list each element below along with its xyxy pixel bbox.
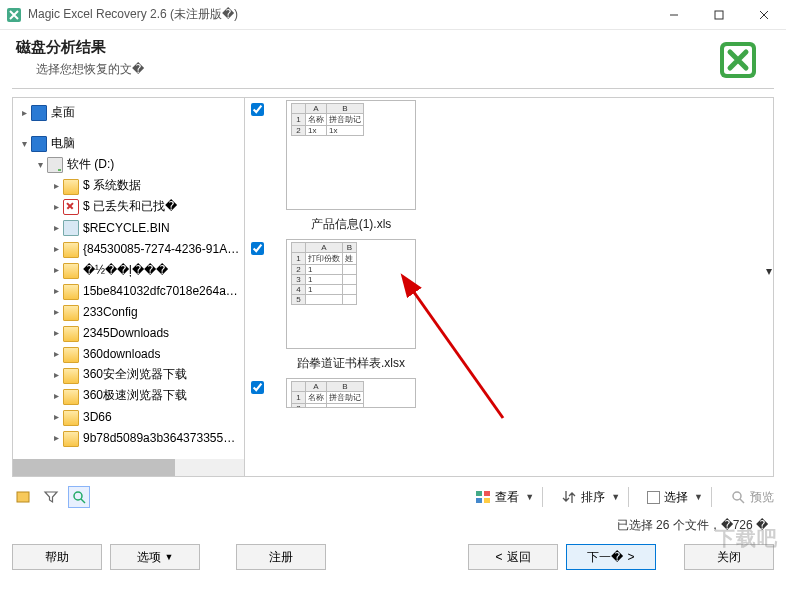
select-menu[interactable]: 选择▼ xyxy=(647,489,703,506)
file-checkbox[interactable] xyxy=(251,242,264,255)
tree-item[interactable]: ▸{84530085-7274-4236-91A… xyxy=(45,238,244,259)
tree-node-drive[interactable]: ▾软件 (D:) xyxy=(29,154,244,175)
next-button[interactable]: 下一�> xyxy=(566,544,656,570)
file-name: 产品信息(1).xls xyxy=(273,216,429,233)
tree-item[interactable]: ▸233Config xyxy=(45,301,244,322)
tree-hscrollbar[interactable] xyxy=(13,459,244,476)
svg-line-16 xyxy=(740,499,744,503)
lost-icon xyxy=(63,199,79,215)
svg-rect-8 xyxy=(17,492,29,502)
titlebar: Magic Excel Recovery 2.6 (未注册版�) xyxy=(0,0,786,30)
svg-point-15 xyxy=(733,492,741,500)
tree-item[interactable]: ▸$ 系统数据 xyxy=(45,175,244,196)
back-button[interactable]: <返回 xyxy=(468,544,558,570)
window-controls xyxy=(651,0,786,29)
svg-rect-13 xyxy=(476,498,482,503)
folder-icon xyxy=(63,263,79,279)
toolbar: 查看▼ 排序▼ 选择▼ 预览 xyxy=(12,483,774,511)
tree-node-computer[interactable]: ▾电脑 xyxy=(13,133,244,154)
help-button[interactable]: 帮助 xyxy=(12,544,102,570)
svg-rect-11 xyxy=(476,491,482,496)
view-menu[interactable]: 查看▼ xyxy=(475,489,534,506)
folder-icon xyxy=(63,410,79,426)
page-subtitle: 选择您想恢复的文� xyxy=(36,61,770,78)
options-button[interactable]: 选项▼ xyxy=(110,544,200,570)
folder-icon xyxy=(63,431,79,447)
close-button[interactable] xyxy=(741,0,786,29)
file-list[interactable]: AB1名称拼音助记21x1x产品信息(1).xlsAB1打印份数姓2131415… xyxy=(245,98,773,476)
file-checkbox[interactable] xyxy=(251,103,264,116)
file-thumbnail[interactable]: AB1名称拼音助记21x1x xyxy=(286,100,416,210)
folder-icon xyxy=(63,389,79,405)
tree-item[interactable]: ▸15be841032dfc7018e264a… xyxy=(45,280,244,301)
excel-logo-icon xyxy=(714,36,762,84)
button-bar: 帮助 选项▼ 注册 <返回 下一�> 关闭 xyxy=(0,534,786,570)
folder-icon xyxy=(63,242,79,258)
folder-icon xyxy=(63,368,79,384)
file-thumbnail[interactable]: AB1名称拼音助记2 xyxy=(286,378,416,408)
folder-tree[interactable]: ▸桌面 ▾电脑 ▾软件 (D:) ▸$ 系统数据▸$ 已丢失和已找�▸$RECY… xyxy=(13,98,245,476)
preview-button[interactable]: 预览 xyxy=(730,489,774,506)
page-title: 磁盘分析结果 xyxy=(16,38,770,57)
window-title: Magic Excel Recovery 2.6 (未注册版�) xyxy=(28,6,651,23)
separator xyxy=(12,88,774,89)
folder-icon xyxy=(63,284,79,300)
file-item[interactable]: AB1打印份数姓2131415跆拳道证书样表.xlsx xyxy=(249,239,771,372)
preview-icon xyxy=(730,489,746,505)
checkbox-icon xyxy=(647,491,660,504)
filter-button[interactable] xyxy=(40,486,62,508)
tree-item[interactable]: ▸3D66 xyxy=(45,406,244,427)
close-dialog-button[interactable]: 关闭 xyxy=(684,544,774,570)
svg-rect-2 xyxy=(715,11,723,19)
file-checkbox[interactable] xyxy=(251,381,264,394)
file-name: 跆拳道证书样表.xlsx xyxy=(273,355,429,372)
file-thumbnail[interactable]: AB1打印份数姓2131415 xyxy=(286,239,416,349)
recycle-icon xyxy=(63,220,79,236)
tree-item[interactable]: ▸�½��ļ��� xyxy=(45,259,244,280)
tree-item[interactable]: ▸360downloads xyxy=(45,343,244,364)
status-text: 已选择 26 个文件，�726 � xyxy=(0,517,768,534)
folder-icon xyxy=(63,326,79,342)
drive-icon xyxy=(47,157,63,173)
svg-rect-14 xyxy=(484,498,490,503)
tree-item[interactable]: ▸2345Downloads xyxy=(45,322,244,343)
maximize-button[interactable] xyxy=(696,0,741,29)
view-icon xyxy=(475,489,491,505)
tree-item[interactable]: ▸$ 已丢失和已找� xyxy=(45,196,244,217)
sort-icon xyxy=(561,489,577,505)
tree-item[interactable]: ▸9b78d5089a3b364373355… xyxy=(45,427,244,448)
file-item[interactable]: AB1名称拼音助记2 xyxy=(249,378,771,408)
tree-item[interactable]: ▸360安全浏览器下载 xyxy=(45,364,244,385)
minimize-button[interactable] xyxy=(651,0,696,29)
page-header: 磁盘分析结果 选择您想恢复的文� xyxy=(0,30,786,88)
search-button[interactable] xyxy=(68,486,90,508)
svg-line-10 xyxy=(81,499,85,503)
folder-icon xyxy=(63,179,79,195)
tree-node-desktop[interactable]: ▸桌面 xyxy=(13,102,244,123)
tree-item[interactable]: ▸360极速浏览器下载 xyxy=(45,385,244,406)
desktop-icon xyxy=(31,105,47,121)
app-icon xyxy=(6,7,22,23)
tree-item[interactable]: ▸$RECYCLE.BIN xyxy=(45,217,244,238)
register-button[interactable]: 注册 xyxy=(236,544,326,570)
file-item[interactable]: AB1名称拼音助记21x1x产品信息(1).xls xyxy=(249,100,771,233)
folder-icon xyxy=(63,347,79,363)
chevron-down-icon[interactable]: ▾ xyxy=(766,264,772,278)
svg-point-9 xyxy=(74,492,82,500)
svg-rect-12 xyxy=(484,491,490,496)
computer-icon xyxy=(31,136,47,152)
folder-icon xyxy=(63,305,79,321)
toolbar-btn-1[interactable] xyxy=(12,486,34,508)
main-panel: ▸桌面 ▾电脑 ▾软件 (D:) ▸$ 系统数据▸$ 已丢失和已找�▸$RECY… xyxy=(12,97,774,477)
sort-menu[interactable]: 排序▼ xyxy=(561,489,620,506)
